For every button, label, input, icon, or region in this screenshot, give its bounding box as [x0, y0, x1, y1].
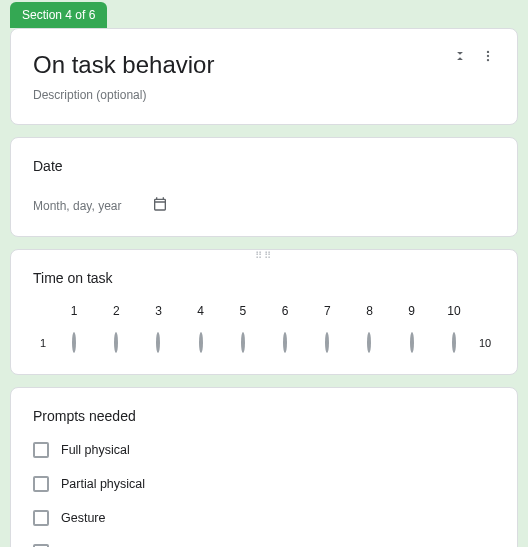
checkbox-option: Full physical [33, 442, 495, 458]
question-title[interactable]: Time on task [33, 270, 495, 286]
scale-end-label: 10 [475, 337, 495, 349]
scale-number: 2 [95, 304, 137, 318]
checkbox-option: Partial physical [33, 476, 495, 492]
calendar-icon[interactable] [152, 196, 168, 216]
more-vert-icon[interactable] [481, 49, 495, 67]
scale-number-row: 1 2 3 4 5 6 7 8 9 10 [33, 304, 495, 318]
scale-radio[interactable] [283, 332, 287, 353]
checkbox-icon[interactable] [33, 476, 49, 492]
checkbox-option: Gesture [33, 510, 495, 526]
scale-radio[interactable] [452, 332, 456, 353]
scale-radio[interactable] [156, 332, 160, 353]
scale-radio[interactable] [241, 332, 245, 353]
checkbox-icon[interactable] [33, 510, 49, 526]
section-header-card: On task behavior Description (optional) [10, 28, 518, 125]
scale-number: 1 [53, 304, 95, 318]
scale-radio[interactable] [367, 332, 371, 353]
section-badge: Section 4 of 6 [10, 2, 107, 28]
svg-point-0 [487, 51, 489, 53]
scale-radio-row: 1 10 [33, 334, 495, 352]
svg-point-1 [487, 55, 489, 57]
scale-number: 3 [137, 304, 179, 318]
question-title[interactable]: Date [33, 158, 495, 174]
drag-handle-icon[interactable]: ⠿⠿ [255, 254, 273, 258]
checkbox-label[interactable]: Gesture [61, 511, 105, 525]
question-title[interactable]: Prompts needed [33, 408, 495, 424]
svg-point-2 [487, 59, 489, 61]
scale-radio[interactable] [72, 332, 76, 353]
question-card-date[interactable]: Date Month, day, year [10, 137, 518, 237]
checkbox-label[interactable]: Partial physical [61, 477, 145, 491]
scale-number: 8 [348, 304, 390, 318]
question-card-checkbox[interactable]: Prompts needed Full physical Partial phy… [10, 387, 518, 547]
question-card-scale[interactable]: ⠿⠿ Time on task 1 2 3 4 5 6 7 8 9 10 1 [10, 249, 518, 375]
scale-start-label: 1 [33, 337, 53, 349]
scale-number: 5 [222, 304, 264, 318]
scale-radio[interactable] [199, 332, 203, 353]
scale-number: 7 [306, 304, 348, 318]
collapse-icon[interactable] [453, 49, 467, 67]
checkbox-label[interactable]: Full physical [61, 443, 130, 457]
date-placeholder: Month, day, year [33, 199, 122, 213]
scale-number: 9 [391, 304, 433, 318]
checkbox-icon[interactable] [33, 442, 49, 458]
scale-radio[interactable] [410, 332, 414, 353]
scale-number: 6 [264, 304, 306, 318]
scale-number: 4 [180, 304, 222, 318]
scale-radio[interactable] [114, 332, 118, 353]
section-description[interactable]: Description (optional) [33, 88, 495, 102]
section-title[interactable]: On task behavior [33, 49, 453, 80]
scale-number: 10 [433, 304, 475, 318]
scale-radio[interactable] [325, 332, 329, 353]
